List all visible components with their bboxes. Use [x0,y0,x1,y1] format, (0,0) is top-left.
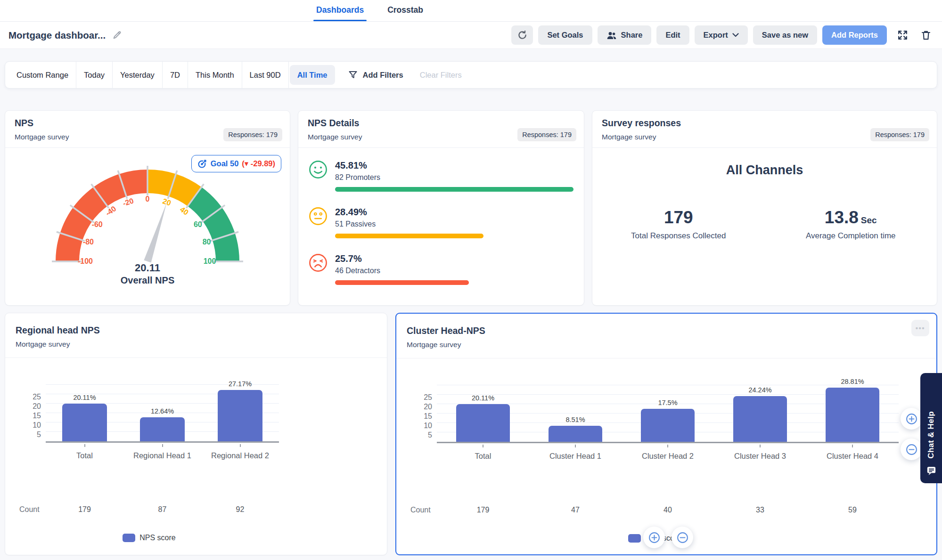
zoom-out-button[interactable] [901,438,922,460]
gauge-tick-label: 0 [146,195,150,203]
segment-bar [335,187,573,192]
gauge-needle [144,203,167,263]
nps-gauge-body: Goal 50 (▾ -29.89) -100-80-60-40-2002040… [5,151,290,308]
stat-value: 179 [592,208,765,227]
count-value: 47 [529,506,622,514]
x-axis-label: Cluster Head 2 [622,452,714,461]
edit-button[interactable]: Edit [656,25,689,45]
nps-detail-row: 25.7%46 Detractors [309,253,573,285]
minus-circle-icon [905,443,918,456]
y-axis-label: 20 [33,403,41,410]
card-title: Regional head NPS [16,325,377,336]
segment-count: 46 Detractors [335,267,573,275]
bar [641,409,695,442]
nps-details-card: NPS Details Mortgage survey Responses: 1… [298,110,584,306]
stat-value: 13.8 [825,208,859,227]
y-axis-label: 10 [424,422,432,430]
nps-detail-row: 28.49%51 Passives [309,207,573,238]
filter-bar: Custom RangeTodayYesterday7DThis MonthLa… [5,61,937,89]
x-axis-label: Regional Head 2 [201,451,279,460]
chevron-down-icon [732,33,739,37]
bar-value-label: 28.81% [841,378,864,385]
range-this-month[interactable]: This Month [188,62,242,88]
x-axis-label: Cluster Head 3 [714,452,806,461]
gauge-tick-label: -60 [92,220,103,228]
zoom-in-button[interactable] [643,527,665,548]
refresh-button[interactable] [511,25,533,45]
bar-column: 17.5% [622,399,714,442]
tab-dashboards[interactable]: Dashboards [315,0,365,21]
count-value: 40 [622,506,714,514]
regional-chart: 51015202520.11%12.64%27.17% TotalRegiona… [5,358,387,542]
bar [733,396,787,442]
bar [549,426,602,442]
share-button[interactable]: Share [598,25,652,45]
goal-chip[interactable]: Goal 50 (▾ -29.89) [191,155,281,172]
funnel-icon [348,70,358,80]
range-custom-range[interactable]: Custom Range [9,62,76,88]
nps-card-header: NPS Mortgage survey Responses: 179 [5,111,290,148]
count-value: 179 [46,505,123,514]
segment-percentage: 28.49% [335,207,573,218]
range-today[interactable]: Today [76,62,113,88]
bar-value-label: 24.24% [748,386,771,394]
gauge-tick-label: -20 [122,196,134,207]
bar-value-label: 8.51% [565,416,585,423]
x-axis-label: Cluster Head 1 [529,452,622,461]
minus-circle-icon [676,531,689,544]
y-axis-label: 25 [424,394,432,401]
side-zoom-controls [901,408,922,460]
bar-value-label: 12.64% [151,407,174,415]
gauge-caption: Overall NPS [5,275,290,286]
x-axis-label: Total [437,452,529,461]
legend-nps-score[interactable]: NPS score [19,534,279,542]
stat-caption: Total Responses Collected [592,231,765,241]
chat-and-help-tab[interactable]: Chat & Help [920,373,942,483]
category-cell: Regional Head 2 [201,444,279,460]
plus-circle-icon [648,531,661,544]
plus-circle-icon [905,413,918,425]
chat-help-label: Chat & Help [926,411,936,459]
category-cell: Cluster Head 3 [714,445,806,461]
range-yesterday[interactable]: Yesterday [113,62,163,88]
fullscreen-button[interactable] [895,27,910,43]
y-axis-label: 20 [424,403,432,411]
export-label: Export [704,31,728,40]
range-last-90d[interactable]: Last 90D [242,62,289,88]
zoom-out-button[interactable] [672,527,693,548]
edit-title-pencil-icon[interactable] [112,30,122,40]
delete-dashboard-button[interactable] [918,28,934,43]
chart-zoom-controls [643,527,693,548]
add-reports-button[interactable]: Add Reports [822,25,887,45]
legend-swatch [123,534,135,542]
clear-filters-button[interactable]: Clear Filters [420,71,462,80]
dashboard-toolbar: Mortgage dashboar... Set Goals Share Edi… [0,22,942,49]
card-title: Cluster Head-NPS [407,325,926,336]
tab-crosstab[interactable]: Crosstab [386,0,424,21]
y-axis-label: 15 [33,412,41,420]
bottom-cards-row: Regional head NPS Mortgage survey 510152… [5,313,937,555]
x-axis-label: Regional Head 1 [123,451,201,460]
gauge-segment [67,181,147,261]
survey-responses-card: Survey responses Mortgage survey Respons… [592,110,937,306]
export-button[interactable]: Export [695,25,748,45]
bar-column: 12.64% [123,407,201,441]
set-goals-label: Set Goals [547,31,583,40]
legend-swatch [628,534,641,543]
bar-column: 24.24% [714,386,806,442]
save-as-new-button[interactable]: Save as new [753,25,817,45]
goal-delta: (▾ -29.89) [242,159,275,168]
responses-badge: Responses: 179 [517,128,576,141]
set-goals-button[interactable]: Set Goals [538,25,592,45]
gauge-tick-label: 40 [179,205,190,217]
range-7d[interactable]: 7D [163,62,188,88]
angry-face-icon [309,253,328,272]
trash-icon [920,30,932,41]
add-filters-button[interactable]: Add Filters [363,71,403,80]
zoom-in-button[interactable] [901,408,922,430]
card-title: NPS [15,118,280,129]
range-all-time[interactable]: All Time [290,65,335,85]
cluster-chart: 51015202520.11%8.51%17.5%24.24%28.81% To… [396,358,936,543]
count-row-label: Count [19,505,46,514]
y-axis-label: 5 [428,431,432,439]
